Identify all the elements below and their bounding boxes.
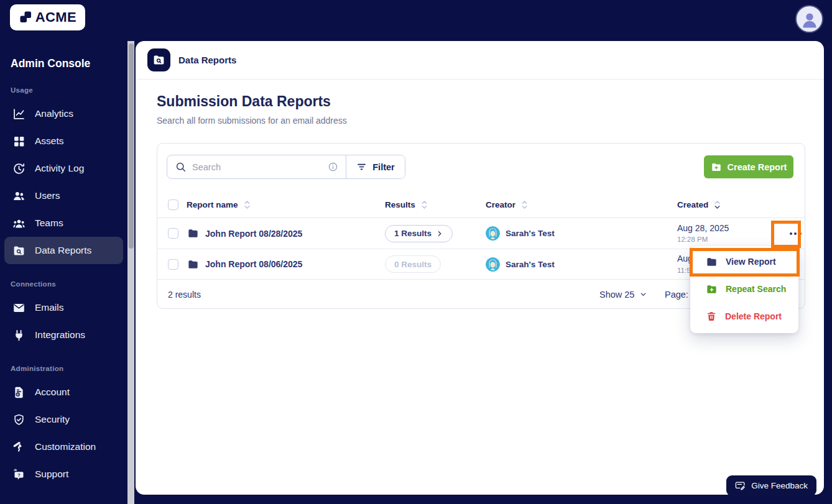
integrations-icon <box>12 329 25 342</box>
created-cell: Aug 28, 2025 12:28 PM <box>677 223 729 244</box>
sidebar-item-security[interactable]: Security <box>4 406 123 433</box>
filter-label: Filter <box>372 162 394 172</box>
page-title: Submission Data Reports <box>136 80 824 110</box>
sidebar-item-label: Support <box>35 469 68 480</box>
page-scrollbar[interactable] <box>127 41 134 504</box>
row-checkbox[interactable] <box>168 228 178 239</box>
data-reports-header-icon <box>147 48 170 71</box>
menu-item-repeat-search[interactable]: Repeat Search <box>690 275 798 303</box>
sidebar-item-label: Customization <box>35 441 96 452</box>
creator-avatar <box>486 226 500 241</box>
sort-icon[interactable] <box>520 200 529 209</box>
sidebar-item-label: Emails <box>35 302 64 313</box>
sort-icon[interactable] <box>243 200 251 209</box>
folder-icon <box>187 259 199 270</box>
creator-name: Sarah's Test <box>506 260 555 269</box>
teams-icon <box>12 217 25 230</box>
show-per-page-select[interactable]: Show 25 <box>599 280 647 309</box>
folder-plus-icon <box>706 283 718 295</box>
sidebar-item-activity-log[interactable]: Activity Log <box>4 155 123 182</box>
report-name: John Report 08/28/2025 <box>205 229 302 239</box>
scrollbar-thumb[interactable] <box>129 44 134 249</box>
results-pill: 0 Results <box>385 255 441 273</box>
search-input[interactable] <box>192 162 322 172</box>
sidebar-item-customization[interactable]: Customization <box>4 433 123 460</box>
column-header-created[interactable]: Created <box>677 200 721 209</box>
sidebar-item-emails[interactable]: Emails <box>4 294 123 321</box>
sidebar-item-label: Integrations <box>35 329 85 341</box>
sidebar-item-teams[interactable]: Teams <box>4 209 123 237</box>
person-icon <box>799 9 820 30</box>
sidebar-item-assets[interactable]: Assets <box>4 127 123 155</box>
sort-desc-icon[interactable] <box>713 200 721 209</box>
sidebar-item-label: Users <box>35 190 60 201</box>
info-icon[interactable] <box>328 162 338 172</box>
user-avatar[interactable] <box>795 5 823 33</box>
folder-plus-icon <box>711 162 722 173</box>
menu-item-view-report[interactable]: View Report <box>690 248 798 275</box>
table-toolbar: Filter Create Report <box>167 155 793 179</box>
svg-text:?: ? <box>17 472 21 477</box>
data-reports-icon <box>12 244 25 257</box>
search-icon <box>175 161 187 173</box>
table-row[interactable]: John Report 08/28/2025 1 Results Sarah's… <box>157 218 805 249</box>
security-icon <box>12 413 25 426</box>
sidebar-section-connections: Connections <box>0 280 127 288</box>
page-subtitle: Search all form submissions for an email… <box>136 110 824 126</box>
sidebar-item-label: Analytics <box>35 108 73 119</box>
feedback-label: Give Feedback <box>751 481 808 490</box>
create-report-label: Create Report <box>728 162 787 172</box>
row-actions-menu: View Report Repeat Search Delete Report <box>690 246 798 333</box>
folder-icon <box>706 256 718 268</box>
menu-item-delete-report[interactable]: Delete Report <box>690 303 798 330</box>
created-date: Aug 28, 2025 <box>677 223 729 234</box>
give-feedback-button[interactable]: Give Feedback <box>726 475 816 496</box>
column-header-creator[interactable]: Creator <box>486 200 529 209</box>
acme-logo[interactable]: ACME <box>10 4 85 30</box>
sidebar-item-label: Data Reports <box>35 245 91 256</box>
top-bar: ACME <box>0 0 832 41</box>
logo-text: ACME <box>35 9 76 25</box>
sidebar-item-users[interactable]: Users <box>4 182 123 209</box>
create-report-button[interactable]: Create Report <box>704 155 793 178</box>
sidebar-item-label: Assets <box>35 135 64 147</box>
folder-icon <box>187 227 199 239</box>
created-time: 12:28 PM <box>677 235 729 244</box>
account-icon: $ <box>12 386 25 399</box>
column-header-results[interactable]: Results <box>385 200 428 209</box>
sort-icon[interactable] <box>420 200 428 209</box>
emails-icon <box>12 301 25 314</box>
creator-avatar <box>486 257 500 272</box>
sidebar-section-administration: Administration <box>0 365 127 372</box>
column-header-report-name[interactable]: Report name <box>187 200 251 209</box>
sidebar-item-analytics[interactable]: Analytics <box>4 100 123 127</box>
support-icon: ? <box>12 468 25 481</box>
select-all-checkbox[interactable] <box>168 199 178 210</box>
sidebar-item-label: Account <box>35 387 70 398</box>
sidebar-item-account[interactable]: $ Account <box>4 378 123 406</box>
menu-item-label: Delete Report <box>725 311 782 321</box>
filter-button[interactable]: Filter <box>346 155 405 178</box>
sidebar-item-integrations[interactable]: Integrations <box>4 321 123 349</box>
sidebar: Admin Console Usage Analytics Assets Act… <box>0 41 127 504</box>
users-icon <box>12 190 25 203</box>
activity-log-icon <box>12 162 25 175</box>
trash-icon <box>706 311 717 322</box>
customization-icon <box>12 441 25 454</box>
table-header-row: Report name Results Creator Created <box>157 192 805 218</box>
sidebar-item-support[interactable]: ? Support <box>4 460 123 488</box>
main-content: Data Reports Submission Data Reports Sea… <box>136 41 824 495</box>
analytics-icon <box>12 108 25 121</box>
row-checkbox[interactable] <box>168 259 178 270</box>
feedback-icon <box>735 480 746 491</box>
results-pill[interactable]: 1 Results <box>385 225 453 242</box>
report-name: John Report 08/06/2025 <box>205 259 302 269</box>
sidebar-item-data-reports[interactable]: Data Reports <box>4 237 123 264</box>
sidebar-item-label: Teams <box>35 218 63 229</box>
filter-icon <box>356 162 367 172</box>
acme-blocks-icon <box>19 10 34 25</box>
creator-name: Sarah's Test <box>506 229 555 238</box>
row-actions-ellipsis-button[interactable] <box>786 229 805 239</box>
page-label: Page: <box>665 280 688 309</box>
search-field[interactable] <box>167 155 346 178</box>
